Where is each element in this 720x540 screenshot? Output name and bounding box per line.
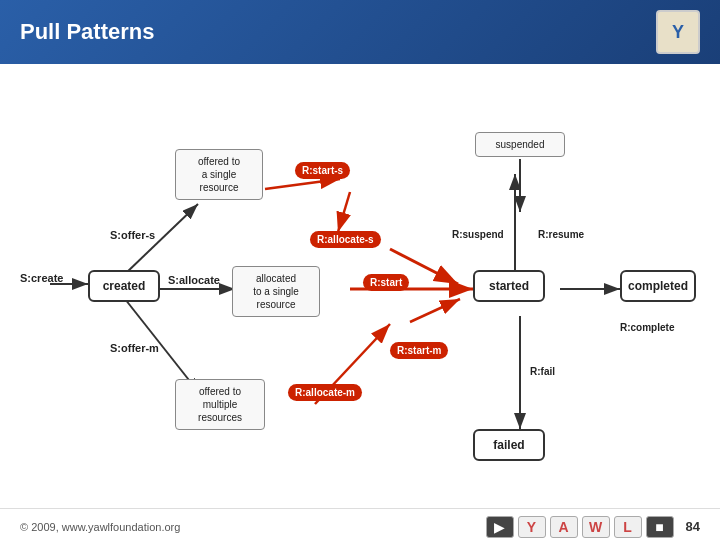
- main-content: offered to a single resource S:create S:…: [0, 64, 720, 540]
- r-fail-label: R:fail: [530, 366, 555, 377]
- r-start-s-label: R:start-s: [295, 162, 350, 179]
- svg-line-6: [338, 192, 350, 232]
- r-allocate-m-label: R:allocate-m: [288, 384, 362, 401]
- y-button[interactable]: Y: [518, 516, 546, 538]
- note-suspended: suspended: [475, 132, 565, 157]
- svg-line-5: [265, 179, 340, 189]
- play-button[interactable]: ▶: [486, 516, 514, 538]
- header: Pull Patterns Y: [0, 0, 720, 64]
- r-resume-label: R:resume: [538, 229, 584, 240]
- s-offer-m-label: S:offer-m: [110, 342, 159, 354]
- a-button[interactable]: A: [550, 516, 578, 538]
- s-create-label: S:create: [20, 272, 63, 284]
- footer: © 2009, www.yawlfoundation.org ▶ Y A W L…: [0, 508, 720, 540]
- r-allocate-s-label: R:allocate-s: [310, 231, 381, 248]
- diagram: offered to a single resource S:create S:…: [20, 74, 700, 494]
- stop-button[interactable]: ■: [646, 516, 674, 538]
- l-button[interactable]: L: [614, 516, 642, 538]
- footer-nav[interactable]: ▶ Y A W L ■ 84: [486, 516, 700, 538]
- page-title: Pull Patterns: [20, 19, 154, 45]
- r-complete-label: R:complete: [620, 322, 674, 333]
- note-offered-single: offered to a single resource: [175, 149, 263, 200]
- note-allocated-single: allocated to a single resource: [232, 266, 320, 317]
- state-completed: completed: [620, 270, 696, 302]
- state-created: created: [88, 270, 160, 302]
- w-button[interactable]: W: [582, 516, 610, 538]
- r-start-label: R:start: [363, 274, 409, 291]
- copyright-text: © 2009, www.yawlfoundation.org: [20, 521, 180, 533]
- svg-line-15: [410, 299, 460, 322]
- r-suspend-label: R:suspend: [452, 229, 504, 240]
- note-offered-multiple: offered to multiple resources: [175, 379, 265, 430]
- logo: Y: [656, 10, 700, 54]
- state-started: started: [473, 270, 545, 302]
- s-allocate-label: S:allocate: [168, 274, 220, 286]
- r-start-m-label: R:start-m: [390, 342, 448, 359]
- state-failed: failed: [473, 429, 545, 461]
- s-offer-s-label: S:offer-s: [110, 229, 155, 241]
- page-number: 84: [686, 519, 700, 534]
